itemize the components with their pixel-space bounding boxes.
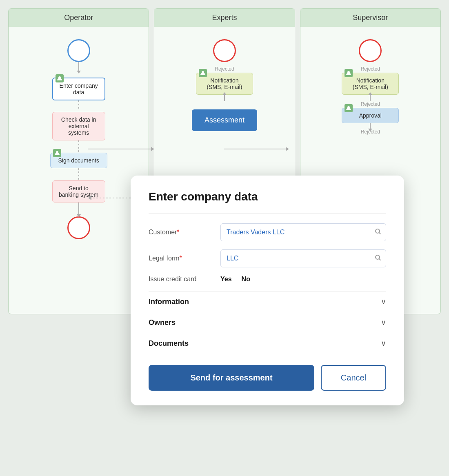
- form-buttons: Send for assessment Cancel: [149, 365, 386, 391]
- notification-supervisor-box: Notification (SMS, E-mail): [342, 73, 399, 95]
- check-data-box: Check data in external systems: [52, 112, 105, 140]
- legal-form-input[interactable]: [220, 249, 386, 267]
- swimlane-header-experts: Experts: [154, 9, 294, 27]
- documents-section[interactable]: Documents ∨: [149, 333, 386, 354]
- expert-items: Rejected Notification (SMS, E-mail) Asse…: [158, 35, 290, 131]
- swimlane-header-supervisor: Supervisor: [300, 9, 440, 27]
- end-event-supervisor: [359, 39, 382, 62]
- assessment-box[interactable]: Assessment: [192, 109, 257, 131]
- notification-experts-box: Notification (SMS, E-mail): [196, 73, 253, 95]
- documents-chevron-icon: ∨: [381, 339, 386, 348]
- customer-input-wrapper: [220, 223, 386, 241]
- credit-card-label: Issue credit card: [149, 276, 214, 283]
- form-divider: [149, 213, 386, 214]
- user-icon-sign: [53, 149, 61, 157]
- arrow-1: [78, 62, 79, 71]
- owners-section[interactable]: Owners ∨: [149, 312, 386, 333]
- legal-form-search-icon: [375, 254, 381, 262]
- swimlane-header-operator: Operator: [9, 9, 149, 27]
- arrow-4: [78, 168, 79, 180]
- arrow-3: [78, 140, 79, 153]
- arrow-up-sup: [370, 95, 371, 101]
- legal-form-input-wrapper: [220, 249, 386, 267]
- end-event-operator: [67, 216, 90, 239]
- information-chevron-icon: ∨: [381, 297, 386, 306]
- supervisor-items: Rejected Notification (SMS, E-mail) Reje…: [305, 35, 436, 136]
- credit-card-radio-group: Yes No: [220, 276, 250, 283]
- legal-form-row: Legal form*: [149, 249, 386, 267]
- swimlane-body-operator: Enter company data Check data in externa…: [9, 27, 149, 314]
- sign-documents-box[interactable]: Sign documents: [50, 153, 107, 168]
- svg-line-14: [379, 259, 381, 260]
- user-icon-notify-experts: [199, 69, 207, 77]
- rejected-label-sup-2: Rejected: [361, 101, 380, 107]
- swimlane-operator: Operator Enter company data Check data i…: [8, 8, 149, 314]
- arrow-up-experts: [224, 95, 225, 101]
- end-event-experts: [213, 39, 236, 62]
- customer-label: Customer*: [149, 229, 214, 236]
- arrow-2: [78, 100, 79, 110]
- enter-company-data-box[interactable]: Enter company data: [52, 78, 105, 100]
- rejected-label-sup-1: Rejected: [361, 66, 380, 72]
- customer-search-icon: [375, 228, 381, 236]
- send-banking-box: Send to banking system: [52, 180, 105, 202]
- approval-box[interactable]: Approval: [342, 108, 399, 123]
- user-icon-notify-sup: [345, 69, 353, 77]
- start-event-operator: [67, 39, 90, 62]
- cancel-button[interactable]: Cancel: [321, 365, 386, 391]
- customer-input[interactable]: [220, 223, 386, 241]
- modal-title: Enter company data: [149, 190, 386, 203]
- credit-card-row: Issue credit card Yes No: [149, 276, 386, 283]
- customer-row: Customer*: [149, 223, 386, 241]
- credit-card-no[interactable]: No: [242, 276, 250, 283]
- information-section[interactable]: Information ∨: [149, 291, 386, 312]
- operator-items: Enter company data Check data in externa…: [13, 35, 144, 239]
- customer-required: *: [177, 229, 179, 236]
- legal-form-label: Legal form*: [149, 255, 214, 262]
- modal-form: Enter company data Customer* Legal form*…: [131, 176, 404, 405]
- user-icon-enter: [56, 74, 64, 82]
- legal-form-required: *: [180, 255, 182, 262]
- user-icon-approval: [345, 104, 353, 112]
- rejected-label-experts-1: Rejected: [215, 66, 234, 72]
- send-assessment-button[interactable]: Send for assessment: [149, 365, 314, 391]
- svg-line-12: [379, 233, 381, 234]
- arrow-5: [78, 202, 79, 215]
- owners-chevron-icon: ∨: [381, 318, 386, 327]
- credit-card-yes[interactable]: Yes: [220, 276, 232, 283]
